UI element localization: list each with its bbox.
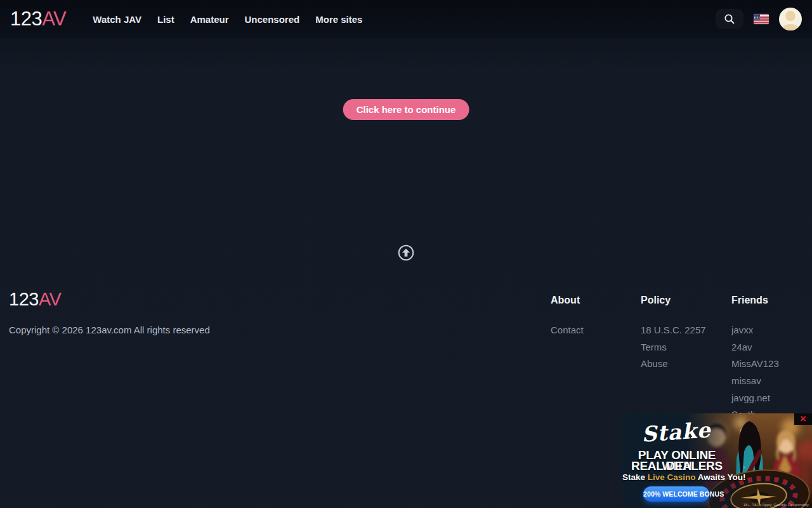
footer-link-javgg[interactable]: javgg.net — [731, 392, 812, 403]
footer-link-abuse[interactable]: Abuse — [641, 358, 730, 368]
footer-heading-friends: Friends — [731, 295, 812, 306]
search-button[interactable] — [716, 9, 743, 29]
nav-item-more-sites[interactable]: More sites — [315, 14, 362, 25]
main-nav: Watch JAV List Amateur Uncensored More s… — [93, 14, 362, 25]
footer-column-about: About Contact — [551, 295, 639, 342]
page: 123AV Watch JAV List Amateur Uncensored … — [0, 0, 812, 508]
close-icon: ✕ — [800, 414, 807, 424]
footer-logo[interactable]: 123AV — [9, 289, 61, 310]
ad-cta-button[interactable]: 200% WELCOME BONUS — [643, 486, 709, 502]
footer-column-policy: Policy 18 U.S.C. 2257 Terms Abuse — [641, 295, 730, 375]
arrow-up-circle-icon — [398, 244, 414, 261]
navbar-right-controls — [716, 8, 802, 30]
scroll-top-button[interactable] — [398, 244, 414, 261]
user-avatar[interactable] — [779, 8, 802, 30]
footer-logo-123: 123 — [9, 289, 39, 309]
footer-heading-policy: Policy — [641, 295, 730, 306]
nav-item-amateur[interactable]: Amateur — [190, 14, 229, 25]
nav-item-uncensored[interactable]: Uncensored — [245, 14, 300, 25]
footer-link-terms[interactable]: Terms — [641, 342, 730, 352]
ad-banner-stake[interactable]: Stake PLAY ONLINE WITH REAL DEALERS Stak… — [622, 413, 812, 508]
ad-subline-highlight: Live Casino — [648, 472, 696, 482]
brand-logo-av: AV — [42, 8, 66, 30]
footer-link-missav123[interactable]: MissAV123 — [731, 358, 812, 368]
continue-button[interactable]: Click here to continue — [343, 99, 469, 120]
footer-link-24av[interactable]: 24av — [731, 342, 812, 352]
ad-headline-line2: REAL DEALERS — [622, 460, 731, 471]
copyright-text: Copyright © 2026 123av.com All rights re… — [9, 324, 210, 335]
footer-link-contact[interactable]: Contact — [551, 324, 639, 335]
brand-logo[interactable]: 123AV — [10, 8, 66, 30]
avatar-silhouette-torso — [782, 24, 799, 30]
ad-disclaimer-text: 18+, T&Cs Apply. Gamble Responsibly. — [743, 503, 809, 507]
ad-subline: Stake Live Casino Awaits You! — [622, 472, 731, 482]
footer-heading-about: About — [551, 295, 639, 306]
flag-canton — [754, 14, 760, 20]
avatar-silhouette-head — [786, 11, 796, 21]
language-us-flag-icon[interactable] — [754, 14, 769, 24]
ad-subline-prefix: Stake — [622, 472, 648, 482]
footer-column-friends: Friends javxx 24av MissAV123 missav javg… — [731, 295, 812, 426]
footer-logo-av: AV — [39, 289, 62, 309]
nav-item-watch-jav[interactable]: Watch JAV — [93, 14, 141, 25]
footer-link-missav[interactable]: missav — [731, 375, 812, 385]
brand-logo-123: 123 — [10, 8, 42, 30]
footer-link-2257[interactable]: 18 U.S.C. 2257 — [641, 324, 730, 335]
search-icon — [724, 13, 735, 25]
ad-close-button[interactable]: ✕ — [794, 413, 812, 425]
top-navbar: 123AV Watch JAV List Amateur Uncensored … — [0, 0, 812, 38]
ad-subline-suffix: Awaits You! — [696, 472, 746, 482]
footer-link-javxx[interactable]: javxx — [731, 324, 812, 335]
nav-item-list[interactable]: List — [157, 14, 174, 25]
